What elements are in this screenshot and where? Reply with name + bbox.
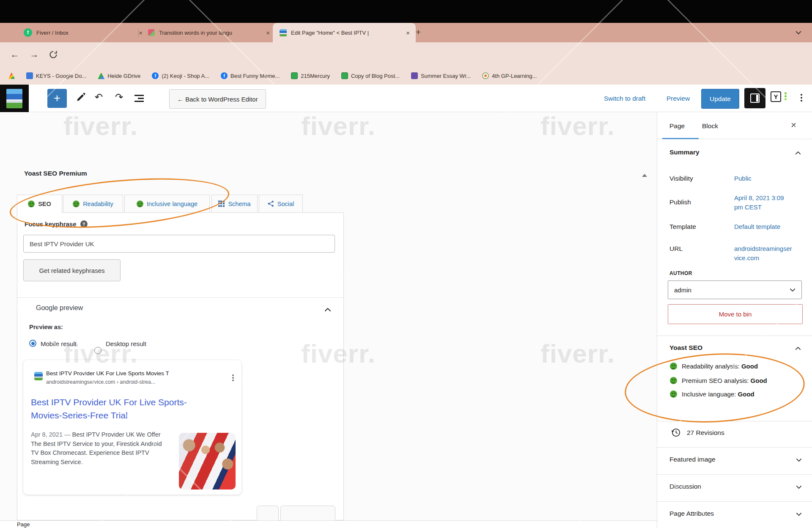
author-select[interactable]: admin — [668, 280, 802, 299]
author-value: admin — [674, 286, 691, 294]
sidebar-tab-block[interactable]: Block — [702, 122, 718, 130]
get-related-keyphrases-button[interactable]: Get related keyphrases — [23, 259, 121, 281]
bookmark-item[interactable]: f Best Funny Meme... — [221, 72, 280, 79]
yoast-tab-social[interactable]: Social — [259, 195, 303, 213]
yoast-tab-schema[interactable]: Schema — [211, 195, 258, 213]
bookmark-item[interactable]: Summer Essay Wr... — [411, 72, 471, 79]
yoast-tab-inclusive-language[interactable]: Inclusive language — [124, 195, 210, 213]
tab-title: Transition words in your langu — [159, 30, 264, 36]
bookmark-item[interactable]: 215Mercury — [291, 72, 330, 79]
mobile-result-radio[interactable] — [29, 340, 36, 347]
sidebar-toggle-icon — [750, 94, 760, 103]
tab-close-icon[interactable]: × — [264, 30, 272, 36]
collapse-chevron-up-icon[interactable] — [324, 308, 331, 312]
visibility-value-link[interactable]: Public — [734, 175, 752, 182]
page-attributes-panel[interactable]: Page Attributes — [669, 510, 714, 517]
browser-address-row: ← → androidstreamingservice.com/wp-admin… — [0, 42, 812, 67]
section-divider — [17, 297, 343, 298]
browser-back-icon[interactable]: ← — [8, 47, 22, 62]
publish-label: Publish — [669, 198, 691, 206]
bookmark-item[interactable]: KEYS - Google Do... — [26, 72, 86, 79]
expand-chevron-down-icon[interactable] — [796, 512, 802, 516]
collapse-chevron-up-icon[interactable] — [795, 346, 801, 350]
select-chevron-down-icon — [790, 288, 796, 292]
wp-site-icon[interactable] — [0, 85, 29, 112]
template-label: Template — [669, 223, 696, 231]
template-value-link[interactable]: Default template — [734, 223, 780, 230]
summary-panel-title[interactable]: Summary — [669, 148, 700, 156]
desktop-result-label[interactable]: Desktop result — [106, 340, 146, 347]
mobile-result-label[interactable]: Mobile result — [41, 340, 77, 347]
yoast-icon[interactable]: Y — [771, 91, 787, 105]
tab-favicon — [148, 29, 155, 36]
redo-icon[interactable]: ↷ — [115, 91, 123, 103]
tab-label: Schema — [228, 201, 250, 207]
new-tab-button[interactable]: + — [412, 26, 424, 38]
focus-keyphrase-input[interactable] — [23, 235, 335, 253]
panel-divider — [657, 421, 812, 421]
result-menu-icon — [232, 374, 234, 376]
bookmark-label: Heide GDrive — [107, 73, 140, 79]
google-sheets-icon — [341, 72, 348, 79]
google-docs-icon — [26, 72, 33, 79]
collapse-chevron-up-icon[interactable] — [795, 151, 801, 155]
expand-chevron-down-icon[interactable] — [796, 485, 802, 489]
settings-sidebar-toggle-button[interactable] — [744, 88, 765, 108]
good-score-smiley-icon — [670, 363, 677, 370]
back-to-wp-editor-button[interactable]: ← Back to WordPress Editor — [169, 89, 266, 109]
browser-forward-icon[interactable]: → — [27, 47, 41, 62]
browser-tab-transition-words[interactable]: Transition words in your langu × — [141, 23, 276, 42]
close-sidebar-icon[interactable]: × — [791, 120, 796, 131]
yoast-seo-panel-title[interactable]: Yoast SEO — [669, 344, 702, 352]
bookmark-item[interactable]: Copy of Blog Post... — [341, 72, 400, 79]
result-title: Best IPTV Provider UK For Live Sports- M… — [31, 396, 187, 422]
tab-close-icon[interactable]: × — [404, 30, 411, 36]
add-block-button[interactable]: + — [47, 89, 67, 108]
bookmark-label: (2) Keoji - Shop A... — [162, 73, 209, 79]
google-preview-title: Google preview — [36, 304, 83, 312]
social-share-icon — [268, 201, 274, 207]
expand-chevron-down-icon[interactable] — [796, 458, 802, 462]
bookmark-item[interactable]: Heide GDrive — [98, 72, 140, 79]
yoast-tab-readability[interactable]: Readability — [63, 195, 123, 213]
google-preview-card[interactable]: Best IPTV Provider UK For Live Sports Mo… — [23, 360, 241, 495]
list-view-icon[interactable] — [134, 95, 144, 102]
bookmark-item[interactable]: 4th GP-Learning... — [482, 72, 537, 79]
fiverr-favicon: f — [24, 28, 32, 37]
panel-divider — [657, 447, 812, 448]
update-button[interactable]: Update — [701, 89, 739, 109]
browser-reload-icon[interactable] — [48, 50, 58, 60]
undo-icon[interactable]: ↶ — [95, 91, 103, 103]
bookmark-item[interactable]: f (2) Keoji - Shop A... — [152, 72, 209, 79]
move-to-bin-button[interactable]: Move to bin — [668, 304, 803, 324]
featured-image-panel[interactable]: Featured image — [669, 456, 716, 463]
metabox-collapse-icon[interactable] — [642, 174, 647, 177]
editor-options-menu-icon[interactable] — [801, 94, 802, 96]
publish-value-link[interactable]: April 8, 2021 3:09 pm CEST — [734, 193, 791, 212]
help-icon[interactable]: ? — [80, 220, 88, 228]
active-tab-underline — [662, 138, 699, 139]
tab-search-chevron-icon[interactable] — [795, 30, 802, 35]
url-value-link[interactable]: androidstreamingservice.com — [734, 244, 793, 263]
classroom-badge-icon — [482, 72, 489, 79]
browser-tab-edit-page-active[interactable]: Edit Page "Home" < Best IPTV | × — [273, 23, 416, 42]
result-date: Apr 8, 2021 — [31, 431, 63, 438]
readability-analysis-row: Readability analysis: Good — [670, 363, 758, 370]
bookmark-label: KEYS - Google Do... — [36, 73, 86, 79]
seo-score-smiley-icon — [28, 201, 35, 207]
analysis-label: Premium SEO analysis: — [682, 377, 749, 384]
browser-tab-fiverr[interactable]: f Fiverr / Inbox × — [17, 23, 148, 42]
bookmark-icon-misc[interactable] — [8, 73, 15, 79]
preview-link[interactable]: Preview — [667, 95, 690, 102]
site-favicon — [280, 29, 287, 36]
discussion-panel[interactable]: Discussion — [669, 483, 701, 490]
revisions-row[interactable]: 27 Revisions — [671, 428, 724, 437]
switch-to-draft-link[interactable]: Switch to draft — [604, 95, 645, 102]
bookmarks-bar: KEYS - Google Do... Heide GDrive f (2) K… — [0, 67, 812, 85]
footer-breadcrumb[interactable]: Page — [17, 521, 30, 528]
sidebar-tab-page[interactable]: Page — [669, 122, 685, 130]
desktop-result-radio[interactable] — [94, 347, 102, 354]
preview-as-label: Preview as: — [29, 324, 63, 330]
tools-pencil-icon[interactable] — [75, 92, 86, 103]
yoast-tab-seo[interactable]: SEO — [17, 195, 62, 213]
